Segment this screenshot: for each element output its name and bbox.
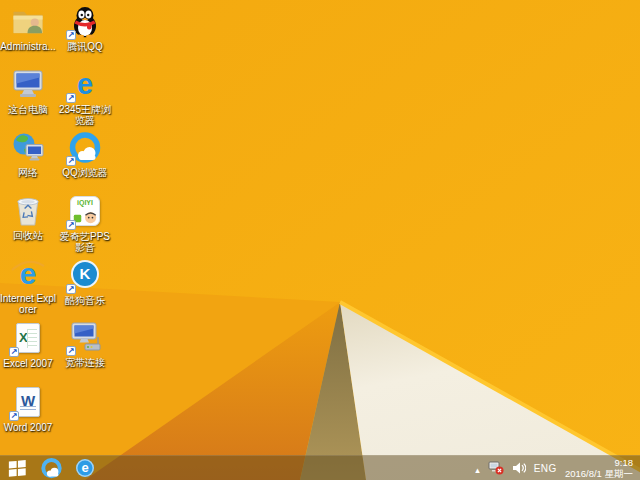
iqiyi-pps-icon: iQIYI xyxy=(67,196,103,229)
icon-label: 回收站 xyxy=(0,230,57,241)
desktop-icon-word-2007[interactable]: W Word 2007 xyxy=(0,386,57,433)
kugou-icon: K xyxy=(67,260,103,293)
desktop-icon-administrator-folder[interactable]: Administra... xyxy=(0,6,57,52)
internet-explorer-icon: e xyxy=(76,459,94,477)
language-indicator[interactable]: ENG xyxy=(534,463,557,474)
windows-desktop: Administra... 腾讯QQ xyxy=(0,0,640,480)
shortcut-arrow-icon xyxy=(9,347,19,357)
network-disconnected-icon[interactable] xyxy=(488,461,504,475)
administrator-folder-icon xyxy=(10,6,46,39)
desktop-icon-kugou-music[interactable]: K 酷狗音乐 xyxy=(56,258,114,306)
taskbar-ie-button[interactable]: e xyxy=(68,456,102,480)
shortcut-arrow-icon xyxy=(66,30,76,40)
word-icon: W xyxy=(10,387,46,420)
desktop-icon-internet-explorer[interactable]: e Internet Explorer xyxy=(0,258,57,315)
broadband-connection-icon xyxy=(67,322,103,355)
icon-label: 腾讯QQ xyxy=(56,41,114,52)
desktop-icon-2345-browser[interactable]: e 2345王牌浏览器 xyxy=(56,69,114,126)
icon-label: Word 2007 xyxy=(0,422,57,433)
volume-icon[interactable] xyxy=(512,462,526,474)
qq-browser-ring-icon xyxy=(67,132,103,165)
shortcut-arrow-icon xyxy=(9,411,19,421)
clock[interactable]: 9:18 2016/8/1 星期一 xyxy=(565,457,633,479)
desktop-icon-iqiyi-pps[interactable]: iQIYI 爱奇艺PPS 影音 xyxy=(56,195,114,253)
icon-label: 2345王牌浏览器 xyxy=(56,104,114,126)
shortcut-arrow-icon xyxy=(66,346,76,356)
qq-penguin-icon xyxy=(67,6,103,39)
taskbar: e ENG 9:18 2016/8/1 星期一 xyxy=(0,455,640,480)
shortcut-arrow-icon xyxy=(66,93,76,103)
icon-label: QQ浏览器 xyxy=(56,167,114,178)
windows-logo-icon xyxy=(8,459,27,478)
internet-explorer-icon: e xyxy=(10,258,46,291)
desktop-icon-broadband[interactable]: 宽带连接 xyxy=(56,322,114,368)
network-globe-icon xyxy=(10,132,46,165)
icon-label: Internet Explorer xyxy=(0,293,57,315)
desktop-icon-this-pc[interactable]: 这台电脑 xyxy=(0,69,57,115)
excel-icon: X xyxy=(10,323,46,356)
shortcut-arrow-icon xyxy=(66,156,76,166)
desktop-icon-qq-browser[interactable]: QQ浏览器 xyxy=(56,132,114,178)
show-hidden-icons-button[interactable] xyxy=(475,459,480,477)
shortcut-arrow-icon xyxy=(66,220,76,230)
icon-label: Administra... xyxy=(0,41,57,52)
browser-e-icon: e xyxy=(67,69,103,102)
icon-label: 宽带连接 xyxy=(56,357,114,368)
taskbar-qq-browser-button[interactable] xyxy=(34,456,68,480)
shortcut-arrow-icon xyxy=(66,284,76,294)
desktop-icon-recycle-bin[interactable]: 回收站 xyxy=(0,195,57,241)
qq-browser-icon xyxy=(41,458,62,479)
icon-label: 爱奇艺PPS 影音 xyxy=(56,231,114,253)
recycle-bin-icon xyxy=(10,195,46,228)
icon-label: 这台电脑 xyxy=(0,104,57,115)
icon-label: Excel 2007 xyxy=(0,358,57,369)
start-button[interactable] xyxy=(0,456,34,480)
icon-label: 网络 xyxy=(0,167,57,178)
tray-date: 2016/8/1 星期一 xyxy=(565,468,633,479)
desktop-icon-network[interactable]: 网络 xyxy=(0,132,57,178)
computer-icon xyxy=(10,69,46,102)
desktop-icon-excel-2007[interactable]: X Excel 2007 xyxy=(0,322,57,369)
icon-label: 酷狗音乐 xyxy=(56,295,114,306)
desktop-icon-tencent-qq[interactable]: 腾讯QQ xyxy=(56,6,114,52)
tray-time: 9:18 xyxy=(565,457,633,468)
